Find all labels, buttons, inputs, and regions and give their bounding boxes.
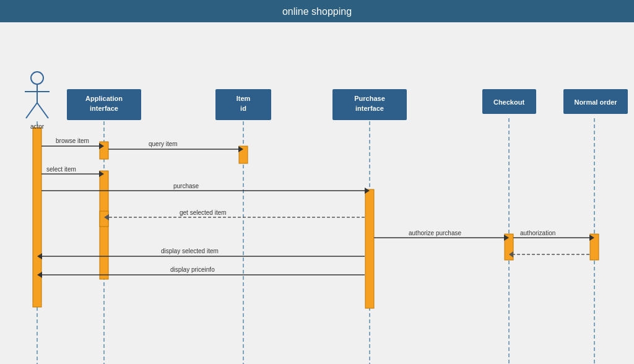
svg-text:Item: Item — [237, 95, 251, 102]
svg-text:Checkout: Checkout — [493, 98, 524, 106]
svg-text:interface: interface — [90, 105, 118, 112]
svg-text:authorize purchase: authorize purchase — [409, 230, 461, 236]
svg-text:purchase: purchase — [173, 183, 199, 189]
svg-rect-6 — [33, 128, 41, 307]
svg-text:Normal order: Normal order — [574, 98, 617, 106]
svg-text:display selected item: display selected item — [161, 248, 219, 254]
svg-text:get selected item: get selected item — [180, 209, 227, 216]
svg-text:query item: query item — [149, 141, 178, 147]
svg-line-17 — [26, 103, 37, 118]
svg-text:browse item: browse item — [56, 137, 89, 144]
header: online shopping — [0, 0, 634, 22]
svg-text:id: id — [240, 105, 246, 112]
svg-text:actor: actor — [30, 123, 45, 130]
svg-rect-11 — [365, 189, 374, 308]
diagram-area: actor Application interface Item id Purc… — [0, 22, 634, 364]
svg-text:authorization: authorization — [520, 230, 555, 236]
svg-text:interface: interface — [355, 105, 384, 112]
svg-text:display priceinfo: display priceinfo — [170, 266, 215, 273]
svg-text:select item: select item — [46, 166, 76, 173]
svg-text:Application: Application — [85, 95, 123, 102]
svg-point-14 — [31, 72, 43, 84]
sequence-diagram: actor Application interface Item id Purc… — [0, 22, 634, 364]
svg-text:Purchase: Purchase — [354, 95, 385, 102]
svg-line-18 — [37, 103, 48, 118]
